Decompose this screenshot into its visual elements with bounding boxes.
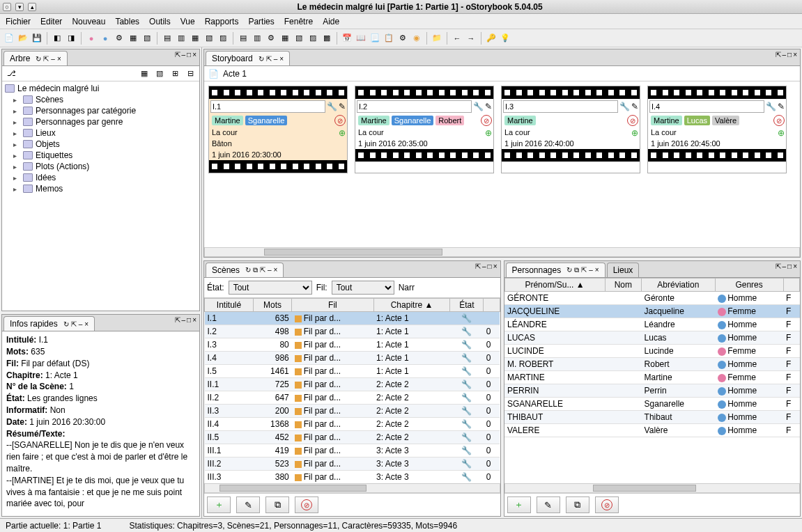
tree-item[interactable]: ▸Scènes [3, 94, 198, 105]
min-icon[interactable]: – [268, 266, 272, 274]
arrow-left-icon[interactable]: ← [451, 32, 463, 45]
wrench-icon[interactable]: 🔧 [619, 102, 630, 111]
table-row[interactable]: II.3200Fil par d...2: Acte 2🔧0 [205, 405, 500, 418]
tree-expand-icon[interactable]: ⊞ [169, 68, 181, 80]
menu-vue[interactable]: Vue [180, 17, 195, 26]
add-button[interactable]: ＋ [207, 496, 231, 513]
table-row[interactable]: LÉANDRELéandreHommeF [504, 318, 800, 331]
menu-parties[interactable]: Parties [248, 17, 274, 26]
edit-button[interactable]: ✎ [236, 496, 260, 513]
folder-icon[interactable]: 📁 [431, 32, 443, 45]
new-icon[interactable]: 📄 [3, 32, 15, 45]
tab-arbre[interactable]: Arbre ↻⇱–× [3, 51, 68, 65]
wrench-icon[interactable]: 🔧 [766, 102, 776, 111]
tab-personnages[interactable]: Personnages ↻⧉⇱–× [506, 263, 606, 277]
pin-icon[interactable]: ⇱ [175, 316, 180, 324]
table-row[interactable]: III.1419Fil par d...3: Acte 3🔧0 [205, 444, 500, 457]
tree-item[interactable]: ▸Lieux [3, 127, 198, 139]
min-icon[interactable]: – [79, 320, 83, 328]
table-row[interactable]: SGANARELLESganarelleHommeF [504, 398, 800, 411]
max-icon[interactable]: □ [187, 316, 191, 324]
refresh-icon[interactable]: ↻ [245, 266, 251, 274]
refresh-icon[interactable]: ↻ [259, 55, 264, 63]
delete-button[interactable]: ⊘ [595, 496, 619, 513]
menu-fichier[interactable]: Fichier [6, 17, 31, 26]
table-row[interactable]: MARTINEMartineFemmeF [504, 371, 800, 384]
pin-icon[interactable]: ⇱ [260, 266, 265, 274]
close-icon[interactable]: × [84, 320, 88, 328]
table-row[interactable]: GÉRONTEGéronteHommeF [504, 292, 800, 305]
window-min-icon[interactable]: ▾ [15, 3, 24, 11]
table-row[interactable]: LUCASLucasHommeF [504, 331, 800, 345]
person-tag[interactable]: Martine [358, 116, 390, 125]
scenes-scroll[interactable] [204, 483, 500, 493]
pin-icon[interactable]: ⇱ [175, 51, 180, 58]
close-icon[interactable]: × [192, 51, 196, 58]
scene-card[interactable]: 🔧✎Martine⊘La cour⊕1 juin 2016 20:40:00 [501, 86, 640, 173]
grid-icon[interactable]: ▦ [189, 32, 201, 45]
copy-button[interactable]: ⧉ [566, 496, 589, 513]
add-icon[interactable]: ⊕ [631, 128, 638, 138]
tree-collapse-icon[interactable]: ⊟ [184, 68, 196, 80]
table-row[interactable]: M. ROBERTRobertHommeF [504, 358, 800, 371]
scene-card[interactable]: 🔧✎MartineSganarelle⊘La cour⊕Bâton1 juin … [208, 86, 348, 173]
menu-editer[interactable]: Editer [40, 17, 62, 26]
pin-icon[interactable]: ⇱ [475, 263, 481, 270]
expander-icon[interactable]: ▸ [13, 96, 20, 104]
refresh-icon[interactable]: ↻ [63, 320, 69, 328]
save-icon[interactable]: 💾 [31, 32, 43, 45]
ext-icon[interactable]: ⧉ [574, 266, 579, 274]
max-icon[interactable]: □ [787, 51, 792, 58]
grid-icon[interactable]: ▤ [161, 32, 173, 45]
edit-icon[interactable]: ✎ [631, 102, 638, 111]
table-row[interactable]: JACQUELINEJacquelineFemmeF [504, 305, 800, 318]
table-row[interactable]: I.51461Fil par d...1: Acte 1🔧0 [205, 365, 500, 378]
ext-icon[interactable]: ⧉ [253, 266, 258, 274]
refresh-icon[interactable]: ↻ [566, 266, 572, 274]
menu-nouveau[interactable]: Nouveau [72, 17, 105, 26]
expander-icon[interactable]: ▸ [13, 174, 20, 182]
spiral-icon[interactable]: ◉ [410, 32, 423, 45]
page-icon[interactable]: 📃 [369, 32, 381, 45]
min-icon[interactable]: – [589, 266, 593, 274]
person-tag[interactable]: Martine [651, 116, 682, 125]
tool-icon[interactable]: ▦ [127, 32, 139, 45]
table-row[interactable]: LUCINDELucindeFemmeF [504, 345, 800, 358]
min-icon[interactable]: – [182, 51, 186, 58]
tree-mode-icon[interactable]: ⎇ [5, 68, 17, 80]
arrow-right-icon[interactable]: → [465, 32, 477, 45]
table-row[interactable]: II.2647Fil par d...2: Acte 2🔧0 [205, 391, 500, 405]
scene-id-input[interactable] [357, 100, 472, 113]
pin-icon[interactable]: ⇱ [43, 55, 49, 63]
min-icon[interactable]: – [782, 263, 787, 270]
wrench-icon[interactable]: 🔧 [473, 102, 484, 111]
scene-card[interactable]: 🔧✎MartineLucasValère⊘La cour⊕1 juin 2016… [647, 86, 787, 173]
scene-id-input[interactable] [503, 100, 618, 113]
expander-icon[interactable]: ▸ [13, 118, 20, 126]
table-row[interactable]: II.1725Fil par d...2: Acte 2🔧0 [205, 378, 500, 391]
tree-item[interactable]: ▸Objets [3, 139, 198, 150]
add-icon[interactable]: ⊕ [339, 128, 346, 138]
table-row[interactable]: II.41368Fil par d...2: Acte 2🔧0 [205, 418, 500, 431]
table-row[interactable]: I.2498Fil par d...1: Acte 1🔧0 [205, 325, 500, 338]
window-menu-icon[interactable]: ○ [3, 3, 11, 11]
person-tag[interactable]: Lucas [684, 116, 710, 125]
tree-item[interactable]: ▸Plots (Actions) [3, 161, 198, 172]
tree-item[interactable]: ▸Idées [3, 172, 198, 183]
close-icon[interactable]: × [57, 55, 61, 63]
view-icon[interactable]: ▦ [279, 32, 291, 45]
close-icon[interactable]: × [793, 263, 797, 270]
scenes-table[interactable]: IntituléMotsFilChapitre ▲État I.1635Fil … [204, 298, 500, 483]
close-icon[interactable]: × [274, 266, 278, 274]
table-row[interactable]: III.2523Fil par d...3: Acte 3🔧0 [205, 457, 500, 471]
noaction-icon[interactable]: ⊘ [627, 115, 638, 126]
pin-icon[interactable]: ⇱ [776, 263, 781, 270]
scene-id-input[interactable] [210, 100, 325, 113]
close-icon[interactable]: × [279, 55, 284, 63]
tool-icon[interactable]: ◧ [51, 32, 63, 45]
expander-icon[interactable]: ▸ [13, 185, 20, 193]
pin-icon[interactable]: ⇱ [581, 266, 587, 274]
min-icon[interactable]: – [274, 55, 278, 63]
add-icon[interactable]: ⊕ [778, 128, 785, 138]
tree-item[interactable]: ▸Etiquettes [3, 150, 198, 161]
